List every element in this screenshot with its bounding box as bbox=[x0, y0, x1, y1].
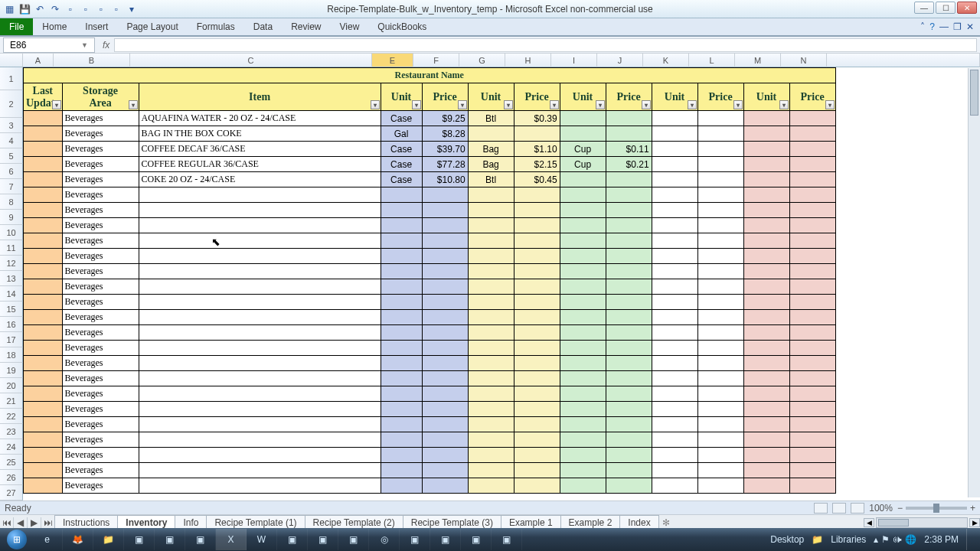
cell[interactable] bbox=[468, 218, 514, 233]
cell[interactable] bbox=[24, 432, 63, 448]
cell[interactable] bbox=[789, 356, 835, 371]
cell[interactable]: Gal bbox=[381, 126, 422, 142]
cell[interactable] bbox=[652, 157, 697, 172]
cell[interactable] bbox=[139, 448, 381, 463]
cell[interactable] bbox=[606, 478, 652, 494]
cell[interactable] bbox=[381, 295, 422, 310]
cell[interactable] bbox=[422, 371, 468, 386]
cell[interactable] bbox=[514, 386, 560, 402]
zoom-slider[interactable] bbox=[906, 507, 967, 510]
cell[interactable] bbox=[606, 386, 652, 402]
cell[interactable] bbox=[560, 249, 606, 264]
cell[interactable] bbox=[606, 448, 652, 463]
cell[interactable] bbox=[789, 172, 835, 187]
cell[interactable] bbox=[381, 325, 422, 341]
row-header[interactable]: 18 bbox=[0, 347, 23, 363]
tab-home[interactable]: Home bbox=[33, 18, 76, 35]
cell[interactable] bbox=[560, 126, 606, 142]
column-header-unit[interactable]: Unit▾ bbox=[560, 83, 606, 111]
tab-nav-first-icon[interactable]: ⏮ bbox=[0, 517, 14, 528]
cell[interactable] bbox=[139, 249, 381, 264]
cell[interactable] bbox=[652, 279, 697, 295]
cell[interactable]: Bag bbox=[468, 157, 514, 172]
cell[interactable] bbox=[697, 325, 743, 341]
cell[interactable] bbox=[468, 463, 514, 478]
cell[interactable] bbox=[743, 233, 789, 249]
column-header-unit[interactable]: Unit▾ bbox=[381, 83, 422, 111]
row-header[interactable]: 25 bbox=[0, 455, 23, 470]
cell[interactable]: Beverages bbox=[62, 371, 139, 386]
cell[interactable] bbox=[697, 463, 743, 478]
cell[interactable] bbox=[652, 142, 697, 157]
cell[interactable] bbox=[560, 356, 606, 371]
cell[interactable] bbox=[789, 417, 835, 432]
cell[interactable] bbox=[652, 386, 697, 402]
cell[interactable] bbox=[697, 448, 743, 463]
select-all-corner[interactable] bbox=[0, 54, 23, 67]
wb-min-icon[interactable]: — bbox=[939, 21, 949, 32]
cell[interactable]: Beverages bbox=[62, 432, 139, 448]
row-header[interactable]: 21 bbox=[0, 393, 23, 409]
cell[interactable] bbox=[697, 126, 743, 142]
cell[interactable] bbox=[381, 310, 422, 325]
taskbar-app-icon[interactable]: ▣ bbox=[185, 529, 216, 550]
cell[interactable] bbox=[697, 432, 743, 448]
cell[interactable] bbox=[381, 356, 422, 371]
maximize-button[interactable]: ☐ bbox=[936, 2, 956, 14]
cell[interactable] bbox=[139, 310, 381, 325]
cell[interactable] bbox=[606, 111, 652, 126]
cell[interactable] bbox=[24, 371, 63, 386]
cell[interactable] bbox=[743, 279, 789, 295]
row-header[interactable]: 24 bbox=[0, 439, 23, 455]
cell[interactable] bbox=[789, 448, 835, 463]
cell[interactable] bbox=[789, 187, 835, 203]
row-header[interactable]: 23 bbox=[0, 424, 23, 439]
cell[interactable] bbox=[24, 233, 63, 249]
help-icon[interactable]: ? bbox=[929, 21, 935, 32]
filter-dropdown-icon[interactable]: ▾ bbox=[642, 100, 651, 109]
cell[interactable] bbox=[422, 249, 468, 264]
taskbar-excel-icon[interactable]: X bbox=[216, 529, 247, 550]
cell[interactable] bbox=[743, 448, 789, 463]
cell[interactable] bbox=[606, 249, 652, 264]
col-header[interactable]: B bbox=[54, 54, 130, 67]
cell[interactable]: Beverages bbox=[62, 249, 139, 264]
cell[interactable] bbox=[422, 341, 468, 356]
col-header[interactable]: A bbox=[23, 54, 54, 67]
cell[interactable] bbox=[514, 432, 560, 448]
taskbar-app-icon[interactable]: ▣ bbox=[277, 529, 308, 550]
chevron-down-icon[interactable]: ▼ bbox=[81, 41, 88, 49]
cell[interactable] bbox=[24, 417, 63, 432]
cell[interactable] bbox=[381, 264, 422, 279]
cell[interactable] bbox=[422, 264, 468, 279]
cell[interactable] bbox=[697, 386, 743, 402]
cell[interactable] bbox=[422, 386, 468, 402]
cell[interactable] bbox=[743, 463, 789, 478]
cell[interactable] bbox=[743, 310, 789, 325]
row-header[interactable]: 7 bbox=[0, 179, 23, 194]
cell[interactable]: $39.70 bbox=[422, 142, 468, 157]
hscroll-left-icon[interactable]: ◀ bbox=[864, 518, 874, 527]
cell[interactable] bbox=[422, 417, 468, 432]
cell[interactable] bbox=[468, 203, 514, 218]
cell[interactable] bbox=[139, 203, 381, 218]
filter-dropdown-icon[interactable]: ▾ bbox=[550, 100, 559, 109]
cell[interactable] bbox=[560, 371, 606, 386]
row-header[interactable]: 12 bbox=[0, 256, 23, 271]
col-header[interactable]: M bbox=[735, 54, 781, 67]
cell[interactable] bbox=[697, 142, 743, 157]
cell[interactable] bbox=[789, 432, 835, 448]
cell[interactable] bbox=[560, 264, 606, 279]
cell[interactable] bbox=[697, 203, 743, 218]
cell[interactable]: $1.10 bbox=[514, 142, 560, 157]
cell[interactable] bbox=[24, 295, 63, 310]
cell[interactable] bbox=[743, 264, 789, 279]
row-header[interactable]: 3 bbox=[0, 118, 23, 133]
cell[interactable] bbox=[743, 325, 789, 341]
cell[interactable] bbox=[468, 233, 514, 249]
cell[interactable] bbox=[743, 218, 789, 233]
cell[interactable] bbox=[514, 295, 560, 310]
cell[interactable] bbox=[381, 417, 422, 432]
cell[interactable] bbox=[139, 279, 381, 295]
cell[interactable] bbox=[139, 295, 381, 310]
